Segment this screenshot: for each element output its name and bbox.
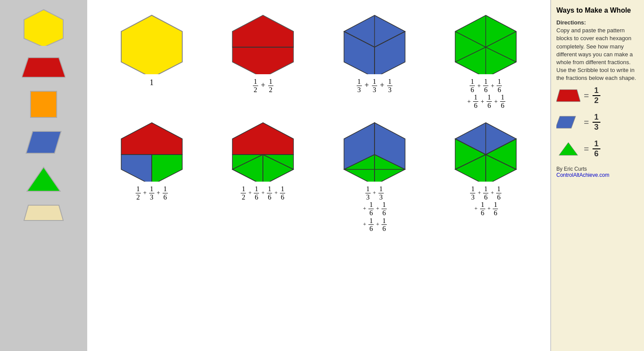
formula-8: 13 + 16 + 16 + 16 + 16	[470, 185, 501, 217]
sidebar-tan-rhombus[interactable]	[22, 203, 65, 224]
formula-2: 12 + 12	[253, 78, 273, 93]
hex-cell-mixed3: 13 + 13 + 16 + 16 + 16 + 16	[319, 116, 430, 235]
legend-green-triangle	[556, 141, 580, 157]
directions-text: Copy and paste the pattern blocks to cov…	[556, 27, 636, 81]
hex-cell-blue3: 13 + 13 + 13	[319, 9, 430, 116]
sidebar	[0, 0, 87, 351]
svg-marker-57	[556, 89, 580, 102]
sidebar-blue-rhombus[interactable]	[24, 129, 63, 157]
formula-5: 12 + 13 + 16	[136, 185, 168, 201]
hex-cell-mixed4: 13 + 16 + 16 + 16 + 16	[430, 116, 542, 235]
hex-cell-mixed1: 12 + 13 + 16	[96, 116, 208, 235]
attribution-link[interactable]: ControlAltAchieve.com	[556, 172, 609, 178]
directions-label: Directions:	[556, 19, 586, 26]
formula-4: 16 + 16 + 16 + 16 + 16 + 16	[467, 78, 505, 109]
sidebar-red-trapezoid[interactable]	[22, 55, 65, 81]
hex-cell-yellow: 1	[96, 9, 208, 116]
legend-blue-rhombus	[556, 114, 580, 130]
svg-marker-6	[121, 15, 182, 74]
svg-marker-3	[26, 131, 61, 153]
legend-blue: = 1 3	[556, 113, 639, 132]
svg-marker-0	[24, 10, 63, 46]
formula-6: 12 + 16 + 16 + 16	[241, 185, 285, 201]
legend-red-fraction: 1 2	[593, 86, 600, 106]
svg-marker-11	[232, 47, 293, 74]
legend-blue-fraction: 1 3	[593, 113, 600, 132]
right-panel: Ways to Make a Whole Directions: Copy an…	[550, 0, 644, 351]
svg-rect-2	[31, 91, 57, 117]
attribution: By Eric Curts ControlAltAchieve.com	[556, 166, 639, 178]
legend-red-trapezoid	[556, 88, 580, 103]
main-whiteboard: 1 12 + 12	[87, 0, 550, 351]
svg-marker-59	[559, 143, 578, 155]
sidebar-green-triangle[interactable]	[26, 165, 61, 195]
panel-directions: Directions: Copy and paste the pattern b…	[556, 19, 639, 83]
formula-1: 1	[150, 78, 153, 88]
sidebar-orange-square[interactable]	[28, 89, 59, 121]
legend-green-fraction: 1 6	[593, 139, 600, 159]
hex-cell-green6: 16 + 16 + 16 + 16 + 16 + 16	[430, 9, 542, 116]
legend-red: = 1 2	[556, 86, 639, 106]
svg-marker-1	[22, 58, 65, 77]
sidebar-yellow-hexagon[interactable]	[22, 9, 65, 48]
formula-3: 13 + 13 + 13	[357, 78, 392, 93]
svg-marker-10	[232, 15, 293, 47]
svg-marker-31	[232, 123, 293, 155]
formula-7: 13 + 13 + 16 + 16 + 16 + 16	[362, 185, 387, 233]
svg-marker-5	[24, 205, 63, 220]
attribution-name: By Eric Curts	[556, 166, 587, 172]
svg-marker-4	[27, 167, 60, 191]
svg-marker-26	[121, 123, 182, 155]
svg-marker-58	[556, 117, 576, 129]
svg-marker-27	[121, 155, 152, 182]
hex-cell-mixed2: 12 + 16 + 16 + 16	[208, 116, 319, 235]
hex-cell-red2: 12 + 12	[208, 9, 319, 116]
panel-title: Ways to Make a Whole	[556, 7, 639, 14]
legend-green: = 1 6	[556, 139, 639, 159]
svg-marker-28	[152, 155, 182, 182]
